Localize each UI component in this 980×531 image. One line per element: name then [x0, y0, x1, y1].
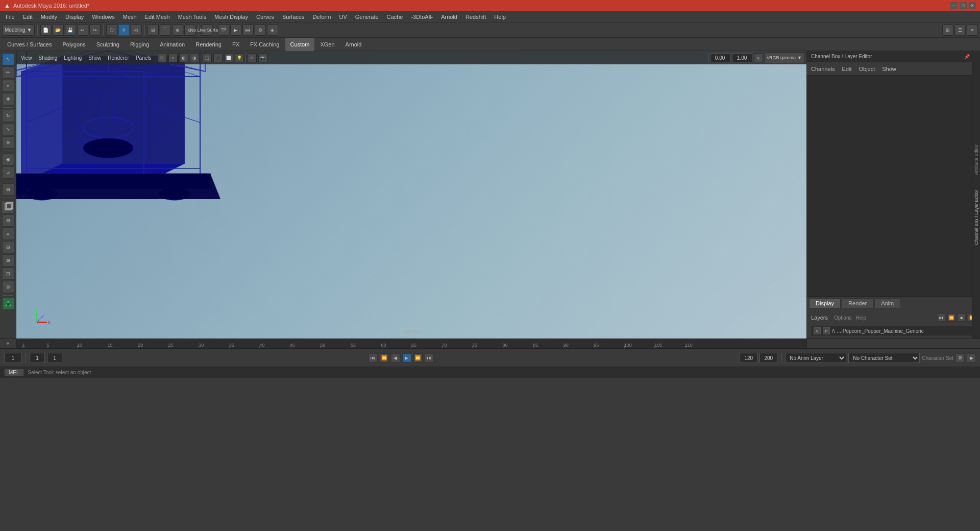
grid-btn[interactable]: ⊞: [2, 183, 14, 196]
tab-xgen[interactable]: XGen: [315, 38, 339, 51]
menu-mesh-tools[interactable]: Mesh Tools: [175, 11, 210, 22]
top-right-btn1[interactable]: ⊞: [942, 25, 953, 36]
vp-show[interactable]: Show: [86, 54, 104, 62]
select-tool-btn[interactable]: ⬡: [106, 25, 117, 36]
vp-texture[interactable]: ⬜: [224, 53, 233, 62]
menu-display[interactable]: Display: [62, 11, 87, 22]
playback-end-input[interactable]: [740, 353, 757, 363]
goto-start-btn[interactable]: ⏮: [369, 353, 378, 363]
vp-lighting[interactable]: Lighting: [61, 54, 84, 62]
snap-point-btn[interactable]: ⊕: [172, 25, 183, 36]
vp-solid[interactable]: ⬛: [213, 53, 223, 62]
scale-tool[interactable]: ⤡: [2, 123, 14, 135]
goto-end-btn[interactable]: ⏭: [425, 353, 434, 363]
select-tool[interactable]: ↖: [2, 53, 14, 65]
lt-extra-1[interactable]: [2, 200, 15, 213]
play-back-btn[interactable]: ◀: [391, 353, 400, 363]
cb-tab-show[interactable]: Show: [882, 66, 896, 72]
save-scene-btn[interactable]: 💾: [65, 25, 76, 36]
vp-renderer[interactable]: Renderer: [105, 54, 132, 62]
play-forward-btn[interactable]: ▶: [402, 353, 411, 363]
universal-tool[interactable]: ⊕: [2, 136, 14, 149]
lt-extra-5[interactable]: ⊠: [2, 254, 14, 267]
menu-mesh[interactable]: Mesh: [119, 11, 140, 22]
vp-wireframe[interactable]: ⬚: [203, 53, 212, 62]
menu-cache[interactable]: Cache: [383, 11, 407, 22]
vp-shading[interactable]: Shading: [36, 54, 60, 62]
snap-grid-btn[interactable]: ⊞: [148, 25, 159, 36]
render-btn[interactable]: 🎬: [218, 25, 229, 36]
vp-value2[interactable]: [732, 53, 752, 62]
lt-extra-7[interactable]: ⊕: [2, 281, 14, 293]
menu-deform[interactable]: Deform: [309, 11, 334, 22]
ipr-btn[interactable]: ▶: [230, 25, 241, 36]
lasso-btn[interactable]: ◎: [131, 25, 142, 36]
playback-start-input[interactable]: [47, 353, 62, 363]
lt-extra-4[interactable]: ⊟: [2, 241, 14, 253]
lt-extra-3[interactable]: ≡: [2, 228, 14, 240]
new-scene-btn[interactable]: 📄: [40, 25, 52, 36]
vp-gamma-btn[interactable]: γ: [754, 53, 763, 62]
title-bar-controls[interactable]: — □ ✕: [950, 2, 976, 9]
tab-rendering[interactable]: Rendering: [190, 38, 227, 51]
tab-curves-surfaces[interactable]: Curves / Surfaces: [2, 38, 57, 51]
menu-edit[interactable]: Edit: [19, 11, 36, 22]
top-right-btn2[interactable]: ☰: [954, 25, 966, 36]
menu-arnold[interactable]: Arnold: [437, 11, 461, 22]
rp-pin-btn[interactable]: 📌: [964, 54, 970, 59]
bt-render[interactable]: Render: [842, 298, 873, 308]
menu-uv[interactable]: UV: [335, 11, 350, 22]
tab-fx[interactable]: FX: [227, 38, 244, 51]
layers-help[interactable]: Help: [856, 315, 867, 321]
vp-resolution[interactable]: ⊕: [248, 53, 257, 62]
layer-visible[interactable]: V: [814, 327, 821, 334]
menu-edit-mesh[interactable]: Edit Mesh: [141, 11, 174, 22]
tab-custom[interactable]: Custom: [285, 38, 315, 51]
paint-tool[interactable]: ✏: [2, 66, 14, 79]
vp-icon-2[interactable]: ○: [168, 53, 178, 62]
cb-tab-channels[interactable]: Channels: [811, 66, 835, 72]
vp-panels[interactable]: Panels: [133, 54, 154, 62]
rotate-tool[interactable]: ↻: [2, 110, 14, 122]
menu-file[interactable]: File: [2, 11, 18, 22]
vp-icon-3[interactable]: ◐: [179, 53, 188, 62]
step-back-btn[interactable]: ⏪: [380, 353, 389, 363]
lt-bottom-btn[interactable]: [2, 298, 14, 310]
move-tool-btn[interactable]: ✛: [118, 25, 130, 36]
layer-play-stop[interactable]: ■: [958, 313, 966, 322]
minimize-button[interactable]: —: [950, 2, 958, 9]
tab-rigging[interactable]: Rigging: [125, 38, 154, 51]
lt-extra-6[interactable]: ⊡: [2, 268, 14, 280]
lt-extra-2[interactable]: ⊞: [2, 214, 14, 227]
soft-mod-tool[interactable]: ◉: [2, 153, 14, 165]
attr-editor-tab[interactable]: Attribute Editor: [974, 144, 979, 175]
tab-fx-caching[interactable]: FX Caching: [245, 38, 284, 51]
cb-tab-object[interactable]: Object: [859, 66, 875, 72]
render-setting-btn[interactable]: ⚙: [255, 25, 266, 36]
redo-btn[interactable]: ↪: [89, 25, 101, 36]
render-seq-btn[interactable]: ⏭: [242, 25, 254, 36]
viewport-area[interactable]: View Shading Lighting Show Renderer Pane…: [16, 51, 806, 339]
snap-curve-btn[interactable]: ⌒: [160, 25, 171, 36]
vp-icon-1[interactable]: ⊞: [158, 53, 167, 62]
layer-play-back[interactable]: ⏮: [937, 313, 945, 322]
tab-polygons[interactable]: Polygons: [57, 38, 90, 51]
bt-anim[interactable]: Anim: [874, 298, 900, 308]
menu-generate[interactable]: Generate: [352, 11, 382, 22]
tab-arnold[interactable]: Arnold: [340, 38, 367, 51]
menu-modify[interactable]: Modify: [37, 11, 61, 22]
anim-settings-btn[interactable]: ⚙: [955, 353, 965, 363]
maximize-button[interactable]: □: [960, 2, 967, 9]
channel-box-tab[interactable]: Channel Box / Layer Editor: [974, 190, 979, 245]
vp-view[interactable]: View: [18, 54, 35, 62]
menu-mesh-display[interactable]: Mesh Display: [211, 11, 252, 22]
vp-light[interactable]: 💡: [235, 53, 244, 62]
timeline-ruler[interactable]: 1510152025303540455055606570758085909510…: [16, 339, 806, 349]
move-tool-lt[interactable]: ✚: [2, 93, 14, 105]
menu-help[interactable]: Help: [491, 11, 509, 22]
anim-end-input[interactable]: [760, 353, 777, 363]
top-right-btn3[interactable]: ≡: [967, 25, 978, 36]
menu-redshift[interactable]: Redshift: [462, 11, 489, 22]
menu-windows[interactable]: Windows: [88, 11, 118, 22]
mode-indicator[interactable]: MEL: [4, 369, 24, 376]
